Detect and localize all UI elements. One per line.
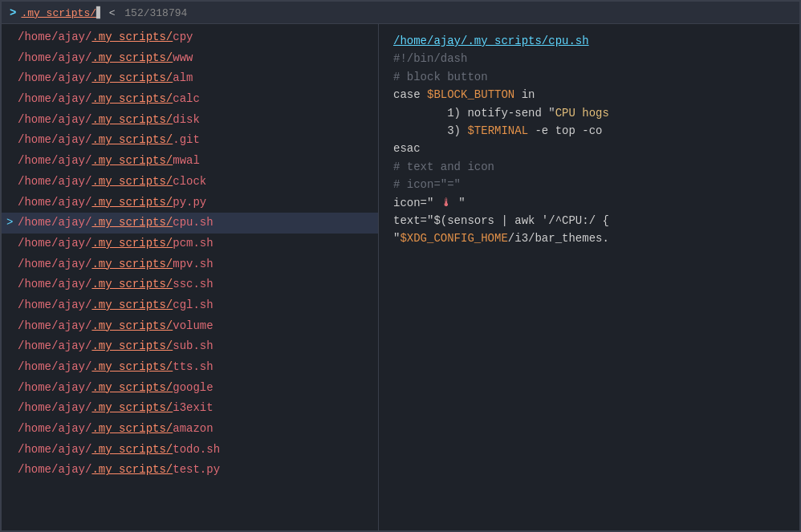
list-item[interactable]: /home/ajay/.my_scripts/amazon <box>2 419 378 440</box>
path-file: mpv.sh <box>173 258 213 270</box>
code-panel: /home/ajay/.my_scripts/cpu.sh#!/bin/dash… <box>379 24 799 530</box>
path-file: amazon <box>173 422 213 435</box>
title-text: .my_scripts/▋ < 152/318794 <box>21 6 187 19</box>
title-count: 152/318794 <box>124 7 187 19</box>
path-file: sub.sh <box>173 339 213 352</box>
list-item[interactable]: /home/ajay/.my_scripts/i3exit <box>2 398 378 419</box>
path-dir: .my_scripts/ <box>91 237 173 250</box>
list-item[interactable]: /home/ajay/.my_scripts/volume <box>2 316 378 337</box>
path-file: ssc.sh <box>173 278 213 290</box>
path-file: cpu.sh <box>173 216 213 229</box>
list-item[interactable]: /home/ajay/.my_scripts/www <box>2 48 378 69</box>
path-dir: .my_scripts/ <box>91 401 173 414</box>
path-dir: .my_scripts/ <box>91 216 173 229</box>
list-item[interactable]: /home/ajay/.my_scripts/cpy <box>2 27 378 48</box>
path-base: /home/ajay/ <box>18 401 91 414</box>
path-file: disk <box>173 113 200 126</box>
path-base: /home/ajay/ <box>18 298 91 311</box>
main-content: /home/ajay/.my_scripts/cpy/home/ajay/.my… <box>2 24 799 530</box>
list-item[interactable]: /home/ajay/.my_scripts/ssc.sh <box>2 274 378 295</box>
path-dir: .my_scripts/ <box>91 381 173 394</box>
path-dir: .my_scripts/ <box>91 113 173 126</box>
path-base: /home/ajay/ <box>18 237 91 250</box>
file-list[interactable]: /home/ajay/.my_scripts/cpy/home/ajay/.my… <box>2 24 379 530</box>
code-line: icon=" 🌡 " <box>393 194 785 212</box>
path-dir: .my_scripts/ <box>91 71 173 84</box>
path-base: /home/ajay/ <box>18 443 91 456</box>
path-file: www <box>173 51 193 64</box>
path-dir: .my_scripts/ <box>91 360 173 373</box>
code-line: # text and icon <box>393 158 785 176</box>
path-dir: .my_scripts/ <box>91 175 173 188</box>
path-file: i3exit <box>173 401 213 414</box>
path-file: todo.sh <box>173 443 220 456</box>
path-base: /home/ajay/ <box>18 51 91 64</box>
path-dir: .my_scripts/ <box>91 319 173 332</box>
path-dir: .my_scripts/ <box>91 278 173 290</box>
list-item[interactable]: /home/ajay/.my_scripts/clock <box>2 172 378 193</box>
title-sep: < <box>109 7 122 19</box>
path-file: cgl.sh <box>173 298 213 311</box>
path-file: calc <box>173 92 200 105</box>
list-item[interactable]: /home/ajay/.my_scripts/.git <box>2 130 378 151</box>
code-line: # icon="=" <box>393 176 785 193</box>
path-file: py.py <box>173 196 206 209</box>
path-base: /home/ajay/ <box>18 422 91 435</box>
title-bar: > .my_scripts/▋ < 152/318794 <box>2 2 799 24</box>
list-item[interactable]: /home/ajay/.my_scripts/mpv.sh <box>2 254 378 275</box>
list-item[interactable]: /home/ajay/.my_scripts/todo.sh <box>2 440 378 461</box>
path-base: /home/ajay/ <box>18 258 91 270</box>
title-path: .my_scripts/ <box>21 7 96 19</box>
path-file: volume <box>173 319 213 332</box>
list-item[interactable]: /home/ajay/.my_scripts/sub.sh <box>2 336 378 357</box>
path-dir: .my_scripts/ <box>91 196 173 209</box>
path-dir: .my_scripts/ <box>91 463 173 476</box>
code-line: case $BLOCK_BUTTON in <box>393 86 785 104</box>
path-base: /home/ajay/ <box>18 113 91 126</box>
list-item[interactable]: /home/ajay/.my_scripts/mwal <box>2 151 378 172</box>
list-item[interactable]: /home/ajay/.my_scripts/google <box>2 378 378 399</box>
list-item[interactable]: /home/ajay/.my_scripts/tts.sh <box>2 357 378 378</box>
code-line: 1) notify-send "CPU hogs <box>393 104 785 122</box>
list-item[interactable]: /home/ajay/.my_scripts/calc <box>2 89 378 110</box>
path-file: pcm.sh <box>173 237 213 250</box>
path-file: .git <box>173 133 200 146</box>
path-base: /home/ajay/ <box>18 319 91 332</box>
path-base: /home/ajay/ <box>18 381 91 394</box>
list-item[interactable]: /home/ajay/.my_scripts/cgl.sh <box>2 295 378 316</box>
path-base: /home/ajay/ <box>18 71 91 84</box>
list-item[interactable]: /home/ajay/.my_scripts/disk <box>2 110 378 131</box>
path-base: /home/ajay/ <box>18 30 91 43</box>
code-line: text="$(sensors | awk '/^CPU:/ { <box>393 212 785 229</box>
code-line: # block button <box>393 68 785 86</box>
path-file: google <box>173 381 213 394</box>
list-item[interactable]: /home/ajay/.my_scripts/cpu.sh <box>2 213 378 234</box>
list-item[interactable]: /home/ajay/.my_scripts/pcm.sh <box>2 234 378 254</box>
list-item[interactable]: /home/ajay/.my_scripts/alm <box>2 68 378 89</box>
path-dir: .my_scripts/ <box>91 298 173 311</box>
path-dir: .my_scripts/ <box>91 51 173 64</box>
path-file: cpy <box>173 30 193 43</box>
path-base: /home/ajay/ <box>18 175 91 188</box>
path-dir: .my_scripts/ <box>91 258 173 270</box>
list-item[interactable]: /home/ajay/.my_scripts/py.py <box>2 193 378 213</box>
path-file: tts.sh <box>173 360 213 373</box>
title-cursor: ▋ <box>96 7 103 19</box>
code-line: #!/bin/dash <box>393 50 785 67</box>
path-dir: .my_scripts/ <box>91 339 173 352</box>
path-dir: .my_scripts/ <box>91 422 173 435</box>
code-line: 3) $TERMINAL -e top -co <box>393 122 785 140</box>
path-base: /home/ajay/ <box>18 360 91 373</box>
path-base: /home/ajay/ <box>18 133 91 146</box>
code-line: esac <box>393 140 785 157</box>
path-file: mwal <box>173 154 200 167</box>
code-filename: /home/ajay/.my_scripts/cpu.sh <box>393 32 785 50</box>
path-dir: .my_scripts/ <box>91 133 173 146</box>
path-file: alm <box>173 71 193 84</box>
path-base: /home/ajay/ <box>18 278 91 290</box>
path-base: /home/ajay/ <box>18 339 91 352</box>
path-base: /home/ajay/ <box>18 463 91 476</box>
list-item[interactable]: /home/ajay/.my_scripts/test.py <box>2 460 378 481</box>
path-dir: .my_scripts/ <box>91 443 173 456</box>
path-file: clock <box>173 175 206 188</box>
